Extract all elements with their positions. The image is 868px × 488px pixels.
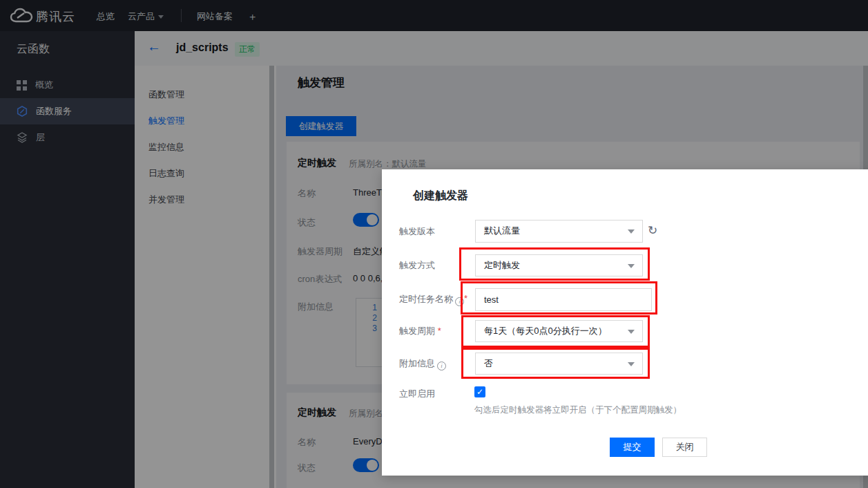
caret-down-icon	[628, 330, 635, 334]
create-trigger-modal: 创建触发器 触发版本 默认流量 ↻ 触发方式 定时触发 定时任务名称i * 触发…	[382, 169, 868, 476]
extra-label: 附加信息i	[399, 357, 446, 370]
info-icon: i	[437, 362, 446, 370]
extra-select[interactable]: 否	[475, 353, 643, 375]
period-select[interactable]: 每1天（每天0点0分执行一次）	[475, 320, 643, 342]
version-label: 触发版本	[399, 225, 435, 238]
caret-down-icon	[628, 229, 635, 234]
enable-label: 立即启用	[399, 388, 435, 400]
submit-button[interactable]: 提交	[610, 438, 655, 457]
type-label: 触发方式	[399, 259, 435, 272]
enable-hint: 勾选后定时触发器将立即开启（于下个配置周期触发）	[474, 404, 682, 416]
refresh-icon[interactable]: ↻	[648, 223, 657, 238]
task-name-label: 定时任务名称i	[399, 293, 464, 306]
close-button[interactable]: 关闭	[662, 438, 707, 457]
caret-down-icon	[628, 362, 635, 366]
task-name-input[interactable]	[475, 288, 652, 311]
type-select[interactable]: 定时触发	[475, 254, 643, 276]
required-marker: *	[438, 326, 441, 336]
required-marker: *	[464, 293, 467, 303]
info-icon: i	[455, 297, 464, 306]
caret-down-icon	[628, 264, 635, 268]
period-label: 触发周期 *	[399, 325, 441, 337]
enable-checkbox[interactable]: ✓	[474, 386, 485, 397]
modal-title: 创建触发器	[413, 189, 468, 203]
check-icon: ✓	[476, 387, 483, 397]
version-select[interactable]: 默认流量	[475, 220, 643, 243]
